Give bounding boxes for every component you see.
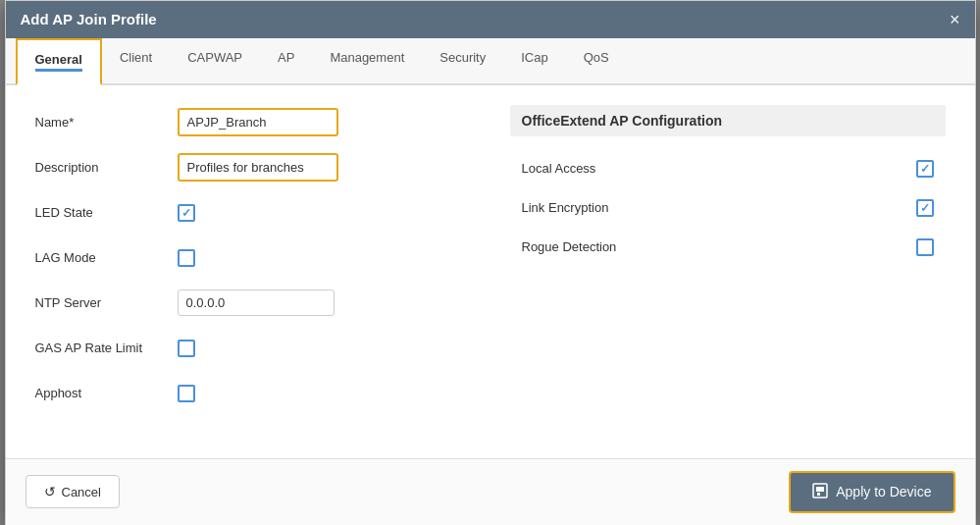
ntp-server-row: NTP Server [35, 286, 471, 321]
name-label: Name* [35, 115, 163, 130]
rogue-detection-row: Rogue Detection [510, 233, 946, 262]
right-column: OfficeExtend AP Configuration Local Acce… [510, 105, 946, 439]
svg-rect-2 [817, 493, 820, 496]
close-button[interactable]: × [950, 11, 960, 28]
local-access-label: Local Access [522, 161, 596, 176]
cancel-label: Cancel [62, 485, 101, 499]
modal-container: Add AP Join Profile × General Client CAP… [5, 0, 976, 525]
modal-header: Add AP Join Profile × [6, 1, 975, 38]
tab-client[interactable]: Client [102, 38, 170, 85]
gas-ap-rate-limit-label: GAS AP Rate Limit [35, 341, 163, 355]
description-label: Description [35, 160, 163, 175]
modal-footer: ↺ Cancel Apply to Device [6, 458, 975, 525]
office-extend-title: OfficeExtend AP Configuration [510, 105, 946, 136]
left-column: Name* Description LED State LAG Mode [35, 105, 471, 439]
modal-body: Name* Description LED State LAG Mode [6, 85, 975, 458]
svg-rect-1 [816, 487, 824, 492]
apphost-checkbox[interactable] [178, 385, 195, 402]
tab-capwap[interactable]: CAPWAP [170, 38, 260, 85]
name-input[interactable] [180, 110, 336, 134]
tab-qos[interactable]: QoS [566, 38, 627, 85]
link-encryption-row: Link Encryption [510, 193, 946, 223]
gas-ap-rate-limit-checkbox[interactable] [178, 340, 195, 357]
name-input-wrapper [178, 108, 338, 136]
rogue-detection-checkbox[interactable] [916, 238, 934, 256]
description-row: Description [35, 150, 471, 185]
apphost-row: Apphost [35, 376, 471, 411]
apphost-label: Apphost [35, 386, 163, 400]
link-encryption-label: Link Encryption [522, 200, 609, 215]
led-state-label: LED State [35, 205, 163, 220]
tab-ap[interactable]: AP [260, 38, 312, 85]
tab-icap[interactable]: ICap [503, 38, 565, 85]
local-access-row: Local Access [510, 154, 946, 184]
link-encryption-checkbox[interactable] [916, 199, 934, 217]
ntp-server-label: NTP Server [35, 295, 163, 310]
modal-title: Add AP Join Profile [21, 11, 157, 27]
lag-mode-label: LAG Mode [35, 250, 163, 265]
apply-to-device-button[interactable]: Apply to Device [789, 471, 954, 513]
tab-general[interactable]: General [16, 38, 102, 85]
ntp-server-input[interactable] [178, 289, 335, 316]
led-state-checkbox[interactable] [178, 204, 195, 222]
apply-icon [812, 483, 828, 501]
description-input[interactable] [180, 155, 336, 180]
tab-security[interactable]: Security [422, 38, 503, 85]
cancel-icon: ↺ [44, 484, 56, 499]
tabs-bar: General Client CAPWAP AP Management Secu… [6, 38, 975, 85]
rogue-detection-label: Rogue Detection [522, 239, 617, 254]
gas-ap-rate-limit-row: GAS AP Rate Limit [35, 331, 471, 366]
led-state-row: LED State [35, 195, 471, 231]
apply-label: Apply to Device [836, 484, 931, 499]
lag-mode-row: LAG Mode [35, 240, 471, 276]
local-access-checkbox[interactable] [916, 160, 934, 178]
name-row: Name* [35, 105, 471, 140]
cancel-button[interactable]: ↺ Cancel [26, 475, 120, 508]
lag-mode-checkbox[interactable] [178, 249, 195, 267]
description-input-wrapper [178, 153, 338, 182]
tab-management[interactable]: Management [312, 38, 422, 85]
